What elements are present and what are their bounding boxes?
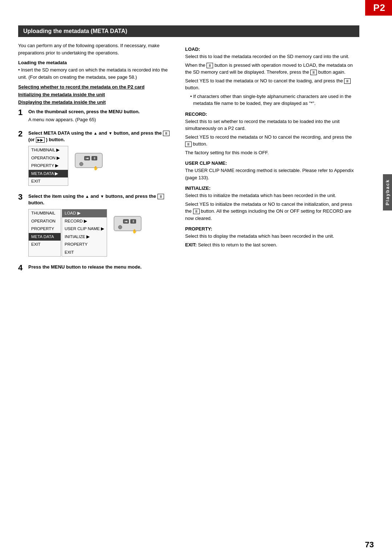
step-1-number: 1 (18, 109, 25, 126)
menu-box-1: THUMBNAIL ▶ OPERATION ▶ PROPERTY ▶ META … (28, 146, 68, 186)
left-column: You can perform any of the following ope… (18, 42, 174, 276)
main-content: Uploading the metadata (META DATA) You c… (0, 0, 381, 298)
p2-badge: P2 (365, 0, 392, 16)
step-2-number: 2 (18, 130, 25, 189)
menu2-row-exit: EXIT (29, 241, 61, 249)
userclip-label: USER CLIP NAME: (185, 160, 359, 166)
svg-text:✋: ✋ (132, 229, 137, 234)
load-text-2: When the ⏸ button is pressed with operat… (185, 62, 359, 76)
displaying-title: Displaying the metadata inside the unit (18, 99, 174, 105)
init-btn-sym: ⏸ (193, 209, 200, 214)
menu2-right-exit: EXIT (62, 249, 107, 257)
svg-text:⏮: ⏮ (86, 156, 89, 160)
menu2-row-metadata: META DATA (29, 233, 61, 241)
menu-row-metadata: META DATA ▶ (29, 170, 68, 178)
menu2-right-load: LOAD ▶ (62, 209, 107, 217)
playback-tab: Playback (383, 174, 392, 210)
property-label: PROPERTY: (185, 226, 359, 232)
menu2-row-operation: OPERATION (29, 217, 61, 225)
userclip-text: The USER CLIP NAME recording method is s… (185, 167, 359, 181)
svg-text:✋: ✋ (93, 165, 98, 171)
pause-btn-sym-2: ⏸ (158, 194, 164, 199)
load-btn-sym: ⏸ (207, 63, 213, 68)
load-btn-sym-3: ⏸ (344, 78, 351, 84)
record-text-3: The factory setting for this mode is OFF… (185, 149, 359, 156)
load-text-3: Select YES to load the metadata or NO to… (185, 77, 359, 91)
step-2-title: Select META DATA using the ▲ and ▼ butto… (28, 130, 174, 143)
menu-diagram-1: THUMBNAIL ▶ OPERATION ▶ PROPERTY ▶ META … (28, 146, 174, 186)
intro-text: You can perform any of the following ope… (18, 42, 174, 56)
record-label: RECORD: (185, 111, 359, 117)
initialize-label: INITIALIZE: (185, 185, 359, 191)
step-3-content: Select the item using the ▲ and ▼ button… (28, 193, 174, 260)
property-text: Select this to display the metadata whic… (185, 233, 359, 240)
step-1-desc: A menu now appears. (Page 65) (28, 116, 174, 123)
initializing-title: Initializing the metadata inside the uni… (18, 92, 174, 97)
record-btn-sym: ⏸ (185, 142, 192, 147)
step-4-number: 4 (18, 264, 25, 272)
section-title: Uploading the metadata (META DATA) (18, 25, 359, 37)
svg-text:⏸: ⏸ (93, 156, 96, 160)
menu2-row-property: PROPERTY (29, 225, 61, 233)
load-bullet: • If characters other than single-byte a… (190, 93, 359, 107)
pause-btn-sym: ⏸ (163, 131, 170, 136)
menu-boxes-group: THUMBNAIL OPERATION PROPERTY META DATA E… (28, 209, 107, 257)
menu-box-2-left: THUMBNAIL OPERATION PROPERTY META DATA E… (28, 209, 61, 257)
svg-text:⏮: ⏮ (124, 220, 128, 223)
step-1: 1 On the thumbnail screen, press the MEN… (18, 109, 174, 126)
menu2-right-property: PROPERTY (62, 241, 107, 249)
exit-label: EXIT: (185, 242, 197, 248)
page-wrapper: P2 Playback 73 Uploading the metadata (M… (0, 0, 392, 556)
exit-desc: Select this to return to the last screen… (198, 242, 277, 248)
selecting-title: Selecting whether to record the metadata… (18, 84, 174, 90)
menu2-right-record: RECORD ▶ (62, 217, 107, 225)
load-btn-sym-2: ⏸ (310, 70, 317, 75)
menu-row-thumbnail: THUMBNAIL ▶ (29, 146, 68, 154)
svg-point-6 (79, 162, 83, 166)
step-1-title: On the thumbnail screen, press the MENU … (28, 109, 174, 115)
controller-graphic-1: ⏮ ⏸ ✋ (73, 146, 106, 171)
page-number: 73 (365, 540, 374, 549)
step-3: 3 Select the item using the ▲ and ▼ butt… (18, 193, 174, 260)
menu2-right-initialize: INITIALIZE ▶ (62, 233, 107, 241)
menu2-right-userclip: USER CLIP NAME ▶ (62, 225, 107, 233)
two-column-layout: You can perform any of the following ope… (18, 42, 359, 276)
loading-metadata-bullet: • Insert the SD memory card on which the… (18, 66, 174, 81)
step-2: 2 Select META DATA using the ▲ and ▼ but… (18, 130, 174, 189)
menu-box-2-right: LOAD ▶ RECORD ▶ USER CLIP NAME ▶ INITIAL… (62, 209, 107, 257)
initialize-text-1: Select this to initialize the metadata w… (185, 192, 359, 199)
step-4-title: Press the MENU button to release the men… (28, 264, 174, 270)
load-label: LOAD: (185, 46, 359, 52)
load-text-1: Select this to load the metadata recorde… (185, 53, 359, 60)
record-text-2: Select YES to record the metadata or NO … (185, 134, 359, 148)
menu2-row-thumbnail: THUMBNAIL (29, 209, 61, 217)
svg-point-13 (118, 225, 122, 229)
menu-row-property: PROPERTY ▶ (29, 162, 68, 170)
step-4-content: Press the MENU button to release the men… (28, 264, 174, 272)
menu-diagram-2: THUMBNAIL OPERATION PROPERTY META DATA E… (28, 209, 174, 257)
exit-text: EXIT: Select this to return to the last … (185, 241, 359, 249)
controller-graphic-2: ⏮ ⏸ ✋ (112, 209, 145, 234)
step-1-content: On the thumbnail screen, press the MENU … (28, 109, 174, 126)
step-3-number: 3 (18, 193, 25, 260)
fwd-btn-sym: ▶▶ (36, 137, 45, 143)
svg-text:⏸: ⏸ (132, 220, 135, 223)
menu-row-operation: OPERATION ▶ (29, 154, 68, 162)
step-3-title: Select the item using the ▲ and ▼ button… (28, 193, 174, 206)
step-2-content: Select META DATA using the ▲ and ▼ butto… (28, 130, 174, 189)
record-text-1: Select this to set whether to record the… (185, 118, 359, 132)
menu-row-exit: EXIT (29, 177, 68, 185)
loading-metadata-title: Loading the metadata (18, 60, 174, 65)
right-column: LOAD: Select this to load the metadata r… (185, 42, 359, 276)
step-4: 4 Press the MENU button to release the m… (18, 264, 174, 272)
initialize-text-2: Select YES to initialize the metadata or… (185, 201, 359, 222)
